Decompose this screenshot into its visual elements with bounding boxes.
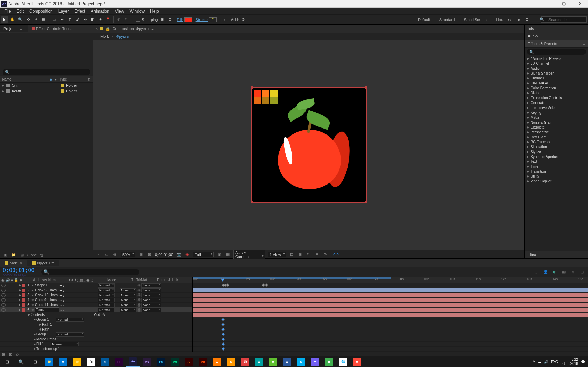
toggle-switches[interactable]: ⊞ xyxy=(2,352,7,356)
maximize-button[interactable]: ▢ xyxy=(556,0,572,8)
menu-window[interactable]: Window xyxy=(127,8,147,14)
menu-view[interactable]: View xyxy=(112,8,127,14)
eraser-tool[interactable]: ◧ xyxy=(89,16,96,23)
timeline-tab[interactable]: Morf.× xyxy=(0,260,27,266)
ep-category[interactable]: ▶Perspective xyxy=(525,130,588,134)
ep-category[interactable]: ▶Red Giant xyxy=(525,134,588,139)
ep-category[interactable]: ▶* Animation Presets xyxy=(525,56,588,61)
app-chrome[interactable]: 🌐 xyxy=(336,356,350,367)
project-tab[interactable]: Project ≡ xyxy=(0,25,28,32)
menu-composition[interactable]: Composition xyxy=(27,8,56,14)
tl-shy-btn[interactable]: 👤 xyxy=(542,269,549,275)
mag-icon[interactable]: ▫ xyxy=(96,252,101,257)
camera-tool[interactable]: ▦ xyxy=(40,16,47,23)
bpc-label[interactable]: 8 bpc xyxy=(27,253,37,257)
libraries-panel-head[interactable]: Libraries xyxy=(525,251,588,258)
ep-category[interactable]: ▶Blur & Sharpen xyxy=(525,71,588,76)
app-generic-3[interactable]: ◉ xyxy=(266,356,280,367)
tray-up[interactable]: ^ xyxy=(533,360,535,364)
menu-effect[interactable]: Effect xyxy=(72,8,88,14)
layer-property[interactable]: ◆Path xyxy=(0,327,192,332)
layer-row[interactable]: ▶6★Тень✦/NormalNone@None xyxy=(0,307,192,312)
type-tool[interactable]: T xyxy=(66,16,73,23)
hand-tool[interactable]: ✋ xyxy=(9,16,16,23)
effects-presets-head[interactable]: Effects & Presets≡ xyxy=(525,40,588,48)
channel-btn[interactable]: ◉ xyxy=(184,252,190,257)
tray-clock[interactable]: 3:2208.08.2018 xyxy=(561,358,578,366)
tl-mblur-btn[interactable]: ⬚ xyxy=(579,269,585,275)
timeline-search[interactable] xyxy=(41,269,139,275)
app-media-encoder[interactable]: Me xyxy=(140,356,154,367)
add-menu[interactable]: ⊙ xyxy=(239,16,246,23)
comp-btn[interactable]: ▦ xyxy=(19,252,25,258)
app-explorer[interactable]: 📁 xyxy=(70,356,84,367)
comp-name-link[interactable]: Фрукты xyxy=(136,27,149,31)
composition-viewer[interactable] xyxy=(93,40,524,250)
ep-category[interactable]: ▶Color Correction xyxy=(525,85,588,90)
view-dropdown[interactable]: 1 View xyxy=(268,252,286,257)
current-time[interactable]: 0;00;01;00 xyxy=(155,252,173,257)
ep-category[interactable]: ▶Matte xyxy=(525,115,588,120)
ws-default[interactable]: Default xyxy=(414,18,434,22)
menu-edit[interactable]: Edit xyxy=(14,8,27,14)
app-after-effects[interactable]: Ae xyxy=(126,356,140,367)
bc-item[interactable]: Morf. xyxy=(100,34,109,39)
minimize-button[interactable]: ─ xyxy=(540,0,556,8)
v4[interactable]: ⚘ xyxy=(314,252,320,257)
app-mail[interactable]: ✉ xyxy=(98,356,112,367)
ep-category[interactable]: ▶CINEMA 4D xyxy=(525,81,588,85)
start-button[interactable]: ⊞ xyxy=(0,356,14,367)
fill-swatch[interactable] xyxy=(184,17,192,22)
v1[interactable]: ⊡ xyxy=(289,252,295,257)
layer-row[interactable]: ▶3★Слой 10...ines✦/NormalNone@None xyxy=(0,293,192,298)
tl-comp-btn[interactable]: ⬚ xyxy=(533,269,540,275)
project-search[interactable] xyxy=(3,69,90,75)
ep-category[interactable]: ▶Obsolete xyxy=(525,125,588,130)
layer-row[interactable]: ▶5★Слой 11...ines✦/NormalNone@None xyxy=(0,303,192,307)
layer-property[interactable]: ▶Fill 1Normal xyxy=(0,342,192,347)
app-audition[interactable]: Au xyxy=(168,356,182,367)
transp-btn[interactable]: ▦ xyxy=(225,252,231,257)
snap-opt-2[interactable]: ⊡ xyxy=(167,16,174,23)
tl-frame-btn[interactable]: ▦ xyxy=(561,269,567,275)
app-illustrator[interactable]: Ai xyxy=(182,356,196,367)
clone-tool[interactable]: ⊹ xyxy=(82,16,89,23)
layer-row[interactable]: ▶2★Слой 5 ...ines✦/NormalNone@None xyxy=(0,288,192,293)
project-item[interactable]: ▶Комп.Folder xyxy=(0,88,93,94)
app-generic-1[interactable]: ▲ xyxy=(210,356,224,367)
search-button[interactable]: 🔍 xyxy=(14,356,28,367)
layer-row[interactable]: ▶1★Shape L...1✦/Normal@None xyxy=(0,283,192,288)
menu-animation[interactable]: Animation xyxy=(88,8,112,14)
toggle-parent[interactable]: ⎋ xyxy=(16,352,21,356)
snap-opt-1[interactable]: ⊞ xyxy=(159,16,166,23)
v2[interactable]: ⊞ xyxy=(298,252,303,257)
ep-category[interactable]: ▶Synthetic Aperture xyxy=(525,154,588,159)
tray-net[interactable]: 🔊 xyxy=(544,360,548,364)
interpret-btn[interactable]: ▣ xyxy=(2,252,8,258)
roto-tool[interactable]: ✦ xyxy=(97,16,104,23)
ep-category[interactable]: ▶Distort xyxy=(525,90,588,95)
selection-tool[interactable] xyxy=(1,16,8,23)
rect-tool[interactable]: ▭ xyxy=(51,16,58,23)
layer-property[interactable]: ▶Group 1Normal xyxy=(0,317,192,322)
app-animate[interactable]: An xyxy=(196,356,210,367)
tl-fx-btn[interactable]: ◐ xyxy=(552,269,558,275)
ep-category[interactable]: ▶Expression Controls xyxy=(525,95,588,100)
layer-property[interactable]: ▶Group 1Normal xyxy=(0,332,192,337)
search-help-input[interactable] xyxy=(541,16,587,23)
ep-category[interactable]: ▶Stylize xyxy=(525,149,588,154)
info-panel-head[interactable]: Info xyxy=(525,25,588,32)
bc-item[interactable]: Фрукты xyxy=(116,34,130,39)
snapping-checkbox[interactable]: Snapping xyxy=(136,18,158,22)
rotation-tool[interactable]: ⤾ xyxy=(32,16,39,23)
ep-category[interactable]: ▶Noise & Grain xyxy=(525,120,588,125)
roi-btn[interactable]: ▣ xyxy=(217,252,222,257)
v5[interactable]: ⟳ xyxy=(323,252,328,257)
menu-help[interactable]: Help xyxy=(147,8,162,14)
ep-category[interactable]: ▶Keying xyxy=(525,110,588,115)
tray-lang[interactable]: РУС xyxy=(551,360,558,364)
ep-search[interactable] xyxy=(527,49,586,55)
ws-libraries[interactable]: Libraries xyxy=(492,18,515,22)
ws-small[interactable]: Small Screen xyxy=(460,18,491,22)
ep-category[interactable]: ▶Text xyxy=(525,159,588,164)
